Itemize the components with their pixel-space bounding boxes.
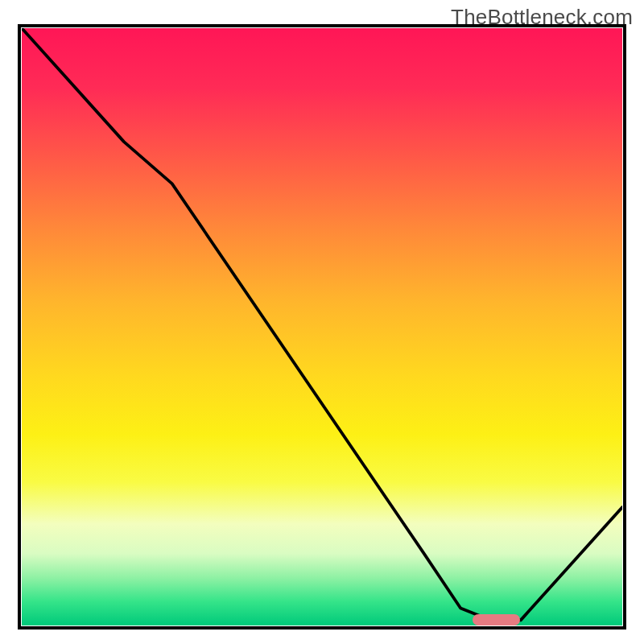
chart-plot-svg xyxy=(22,28,623,626)
watermark-text: TheBottleneck.com xyxy=(451,5,633,30)
optimal-range-marker xyxy=(473,614,521,625)
chart-container: TheBottleneck.com xyxy=(0,0,644,644)
bottleneck-curve xyxy=(22,28,623,620)
